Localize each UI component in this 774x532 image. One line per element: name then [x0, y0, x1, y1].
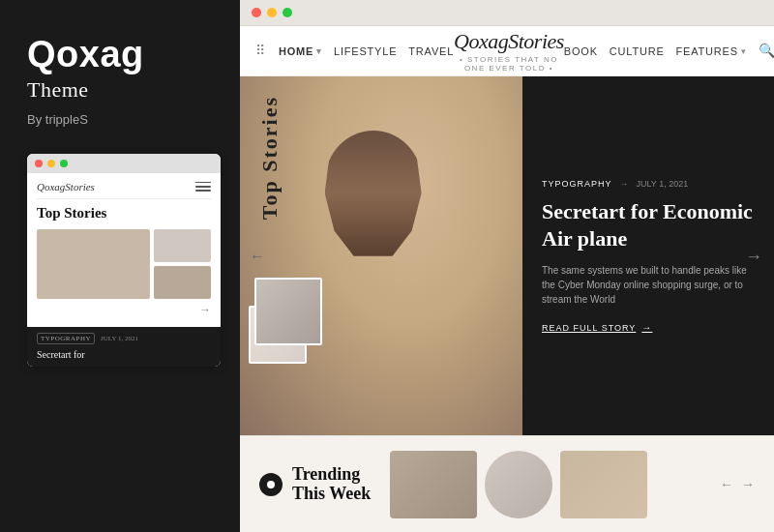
site-logo-sub: • STORIES THAT NO ONE EVER TOLD •	[454, 55, 564, 73]
site-logo-center: QoxagStories • STORIES THAT NO ONE EVER …	[454, 29, 564, 73]
mini-menu-icon	[195, 182, 211, 192]
browser-dot-red	[252, 8, 261, 17]
mini-footer: TYPOGRAPHY JULY 1, 2021 Secretart for	[27, 327, 221, 367]
mini-sub-images	[154, 229, 211, 299]
mini-nav: QoxagStories	[37, 181, 211, 199]
features-chevron-icon: ▾	[741, 46, 747, 56]
website-preview: ⠿ HOME ▾ LIFESTYLE TRAVEL QoxagStories •…	[240, 26, 774, 532]
hero-left-inner: Top Stories ←	[240, 76, 522, 435]
mini-logo: QoxagStories	[37, 181, 95, 192]
grid-icon[interactable]: ⠿	[255, 43, 265, 59]
mini-headline: Secretart for	[37, 348, 211, 361]
nav-travel[interactable]: TRAVEL	[408, 45, 454, 57]
mini-date: JULY 1, 2021	[101, 335, 138, 342]
site-logo: QoxagStories	[454, 29, 564, 54]
read-more-link[interactable]: READ FULL STORY →	[542, 322, 755, 333]
browser-dot-green	[283, 8, 292, 17]
hero-excerpt: The same systems we built to handle peak…	[542, 263, 755, 307]
nav-culture[interactable]: CULTURE	[610, 45, 665, 57]
trending-cards	[390, 451, 647, 518]
mini-arrow: →	[37, 303, 211, 317]
hero-tag: TYPOGRAPHY	[542, 179, 612, 189]
browser-dot-yellow	[267, 8, 277, 17]
trending-label-line1: Trending	[292, 465, 371, 485]
nav-book[interactable]: BOOK	[564, 45, 598, 57]
mini-tag: TYPOGRAPHY	[37, 333, 95, 344]
trending-icon-inner	[267, 481, 275, 488]
mini-tag-row: TYPOGRAPHY JULY 1, 2021	[37, 333, 211, 344]
theme-author: By trippleS	[27, 112, 213, 127]
trending-card-3	[560, 451, 647, 518]
sidebar-theme-title: Qoxag Theme By trippleS	[27, 35, 213, 127]
mini-content: QoxagStories Top Stories →	[27, 173, 221, 327]
trending-title-block: Trending This Week	[292, 465, 371, 504]
nav-features[interactable]: FEATURES ▾	[676, 45, 747, 57]
trending-section: Trending This Week ← →	[240, 435, 774, 532]
mini-sub-image-top	[154, 229, 211, 262]
nav-home[interactable]: HOME ▾	[279, 45, 322, 57]
search-icon[interactable]: 🔍	[759, 43, 774, 59]
trending-next-arrow[interactable]: →	[741, 477, 755, 492]
hero-date: JULY 1, 2021	[637, 179, 689, 189]
mini-preview-card: QoxagStories Top Stories → TYPOGRAPHY	[27, 154, 221, 367]
hero-headline: Secretart for Economic Air plane	[542, 198, 755, 251]
person-silhouette	[325, 131, 422, 256]
read-more-arrow-icon: →	[641, 322, 652, 333]
trending-card-2	[485, 451, 552, 518]
browser-bar	[240, 0, 774, 26]
menu-line-2	[195, 186, 211, 188]
hero-left: Top Stories ←	[240, 76, 522, 435]
mini-sub-image-bottom	[154, 266, 211, 299]
mini-main-image	[37, 229, 150, 299]
menu-line-1	[195, 182, 211, 184]
trending-nav: ← →	[720, 477, 755, 492]
home-chevron-icon: ▾	[316, 46, 322, 56]
mini-titlebar	[27, 154, 221, 173]
trending-label-line2: This Week	[292, 485, 371, 504]
small-overlay-image	[254, 278, 322, 345]
mini-image-grid	[37, 229, 211, 299]
nav-lifestyle[interactable]: LIFESTYLE	[334, 45, 397, 57]
site-nav: ⠿ HOME ▾ LIFESTYLE TRAVEL QoxagStories •…	[240, 26, 774, 76]
top-stories-label: Top Stories	[257, 96, 283, 220]
hero-tag-arrow-icon: →	[620, 179, 629, 189]
site-hero: Top Stories ← TYPOGRAPHY → JULY 1, 2021 …	[240, 76, 774, 435]
mini-dot-green	[60, 160, 68, 167]
mini-dot-yellow	[47, 160, 55, 167]
hero-tag-row: TYPOGRAPHY → JULY 1, 2021	[542, 179, 755, 189]
menu-line-3	[195, 190, 211, 192]
mini-dot-red	[35, 160, 43, 167]
trending-card-1	[390, 451, 477, 518]
hero-prev-arrow[interactable]: ←	[250, 248, 265, 265]
trending-prev-arrow[interactable]: ←	[720, 477, 733, 492]
mini-section-title: Top Stories	[37, 205, 211, 222]
theme-name: Qoxag	[27, 35, 213, 75]
hero-next-arrow[interactable]: →	[745, 246, 762, 266]
main-area: ⠿ HOME ▾ LIFESTYLE TRAVEL QoxagStories •…	[240, 0, 774, 532]
nav-links-left: HOME ▾ LIFESTYLE TRAVEL	[279, 45, 454, 57]
theme-label: Theme	[27, 77, 213, 103]
sidebar: Qoxag Theme By trippleS QoxagStories Top…	[0, 0, 240, 532]
trending-icon	[259, 473, 283, 496]
hero-right-card: TYPOGRAPHY → JULY 1, 2021 Secretart for …	[522, 76, 774, 435]
nav-links-right: BOOK CULTURE FEATURES ▾ 🔍	[564, 43, 774, 59]
